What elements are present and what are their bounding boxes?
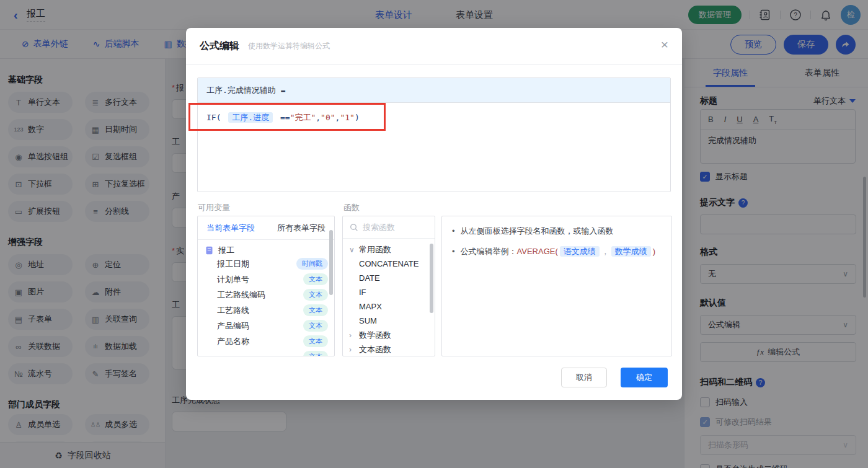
functions-scrollbar[interactable] (430, 244, 433, 313)
bullet: • (452, 245, 455, 258)
variables-panel: 当前表单字段 所有表单字段 报工 报工日期时间戳计划单号文本工艺路线编码文本工艺… (197, 216, 335, 356)
variable-type-tag: 文本 (303, 289, 328, 301)
variable-name: 产品编码 (217, 320, 249, 332)
search-icon (350, 223, 358, 232)
function-group-label: 文本函数 (359, 344, 391, 355)
functions-label: 函数 (343, 202, 360, 213)
variable-row[interactable]: 产品名称文本 (198, 333, 334, 349)
tab-current-form-fields[interactable]: 当前表单字段 (206, 223, 255, 234)
cancel-button[interactable]: 取消 (561, 368, 607, 387)
function-group-常用函数[interactable]: ∨常用函数 (343, 242, 435, 257)
modal-subtitle: 使用数学运算符编辑公式 (248, 41, 330, 51)
function-item-DATE[interactable]: DATE (343, 271, 435, 285)
variable-type-tag: 文本 (303, 304, 328, 316)
tab-all-form-fields[interactable]: 所有表单字段 (277, 223, 326, 234)
function-item-CONCATENATE[interactable]: CONCATENATE (343, 257, 435, 271)
bullet: • (452, 225, 455, 237)
function-item-SUM[interactable]: SUM (343, 314, 435, 328)
variable-row[interactable]: 文本 (198, 349, 334, 356)
function-search-input[interactable] (363, 223, 425, 232)
function-group-数学函数[interactable]: ›数学函数 (343, 328, 435, 342)
modal-title: 公式编辑 (200, 40, 239, 53)
variable-type-tag: 文本 (303, 335, 328, 347)
function-group-label: 常用函数 (359, 244, 391, 255)
chevron-right-icon: › (349, 331, 355, 340)
variables-root-node[interactable]: 报工 (198, 240, 334, 256)
variable-type-tag: 文本 (303, 273, 328, 285)
variable-name: 工艺路线编码 (217, 289, 265, 301)
red-annotation-box (188, 103, 386, 131)
function-item-MAPX[interactable]: MAPX (343, 299, 435, 314)
function-group-label: 数学函数 (359, 330, 391, 341)
variable-row[interactable]: 工艺路线编码文本 (198, 287, 334, 302)
variable-row[interactable]: 报工日期时间戳 (198, 256, 334, 272)
variable-type-tag: 时间戳 (296, 258, 328, 270)
variable-name: 报工日期 (217, 258, 249, 270)
confirm-button[interactable]: 确定 (621, 368, 668, 387)
variable-row[interactable]: 计划单号文本 (198, 272, 334, 287)
variable-name: 产品名称 (217, 336, 249, 347)
variable-row[interactable]: 产品编码文本 (198, 318, 334, 333)
function-item-IF[interactable]: IF (343, 285, 435, 299)
close-icon[interactable]: × (661, 38, 668, 51)
form-doc-icon (205, 246, 214, 255)
function-group-文本函数[interactable]: ›文本函数 (343, 342, 435, 356)
formula-editor-box: 工序.完成情况辅助 = IF( 工序.进度 =="完工","0","1") (197, 77, 671, 192)
variables-scrollbar[interactable] (329, 230, 333, 295)
variable-name: 计划单号 (217, 274, 249, 285)
variable-row[interactable]: 工艺路线文本 (198, 302, 334, 318)
chevron-right-icon: › (349, 345, 355, 354)
chevron-down-icon: ∨ (349, 245, 355, 254)
formula-result-field: 工序.完成情况辅助 = (198, 78, 670, 103)
variable-type-tag: 文本 (303, 320, 328, 332)
help-tip-1: 从左侧面板选择字段名和函数，或输入函数 (461, 225, 614, 237)
formula-editor-modal: 公式编辑 使用数学运算符编辑公式 × 工序.完成情况辅助 = IF( 工序.进度… (186, 28, 682, 400)
help-tip-2: 公式编辑举例：AVERAGE(语文成绩，数学成绩) (461, 245, 656, 258)
variables-label: 可用变量 (198, 202, 230, 213)
variable-type-tag: 文本 (303, 351, 328, 356)
functions-panel: ∨常用函数CONCATENATEDATEIFMAPXSUM›数学函数›文本函数 (342, 216, 435, 356)
variable-name: 工艺路线 (217, 305, 249, 316)
formula-help-panel: • 从左侧面板选择字段名和函数，或输入函数 • 公式编辑举例：AVERAGE(语… (441, 216, 672, 356)
